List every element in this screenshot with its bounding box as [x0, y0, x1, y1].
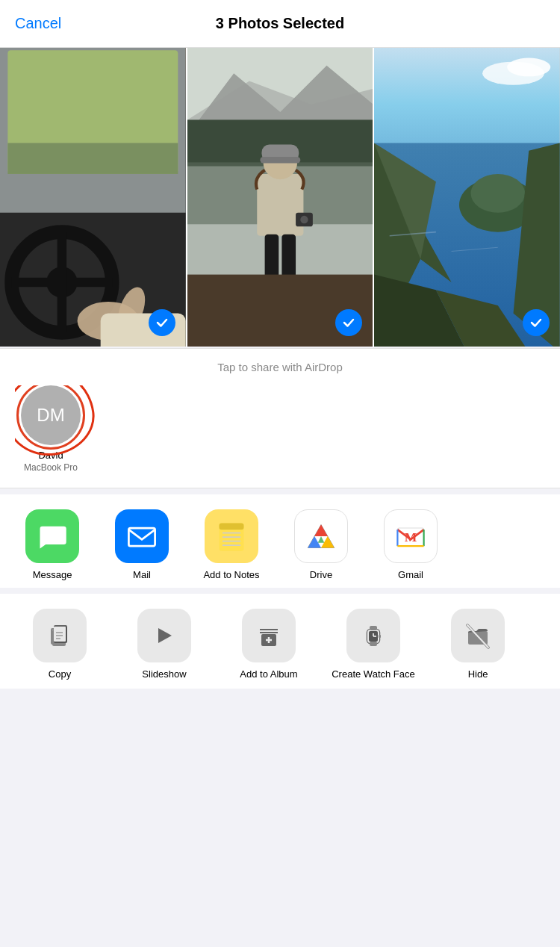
hide-icon: [451, 609, 505, 662]
drive-label: Drive: [310, 569, 332, 580]
action-hide[interactable]: Hide: [426, 609, 530, 681]
copy-label: Copy: [49, 668, 71, 681]
cancel-button[interactable]: Cancel: [15, 15, 61, 32]
page-title: 3 Photos Selected: [216, 15, 344, 32]
share-messages[interactable]: Message: [7, 509, 97, 580]
action-add-to-album[interactable]: Add to Album: [217, 609, 321, 681]
svg-marker-48: [314, 525, 328, 536]
contact-initials: DM: [37, 405, 64, 426]
mail-label: Mail: [133, 569, 151, 580]
notes-icon: [205, 509, 258, 563]
svg-rect-39: [128, 528, 155, 546]
notes-label: Add to Notes: [203, 569, 259, 580]
airdrop-section: Tap to share with AirDrop DM David MacBo…: [0, 348, 560, 488]
contact-avatar-dm: DM: [21, 385, 81, 445]
photo-1[interactable]: [0, 48, 186, 347]
car-photo-svg: [0, 48, 186, 347]
drive-icon: [294, 509, 348, 563]
svg-marker-62: [158, 628, 172, 643]
svg-rect-17: [257, 174, 303, 236]
copy-icon: [33, 609, 87, 662]
gmail-label: Gmail: [398, 569, 423, 580]
photos-grid: [0, 48, 560, 347]
photo-1-checkmark[interactable]: [149, 309, 175, 336]
photo-3[interactable]: [374, 48, 560, 347]
create-watch-face-icon: [346, 609, 400, 662]
svg-rect-71: [370, 642, 377, 646]
actions-row: Copy Slideshow Add to Album: [0, 588, 560, 689]
action-create-watch-face[interactable]: Create Watch Face: [321, 609, 426, 681]
gmail-icon: M: [384, 509, 438, 563]
svg-rect-75: [379, 635, 381, 638]
share-mail[interactable]: Mail: [97, 509, 187, 580]
header: Cancel 3 Photos Selected: [0, 0, 560, 48]
svg-point-24: [300, 216, 308, 223]
svg-marker-50: [318, 536, 325, 543]
lake-photo-svg: [374, 48, 560, 347]
contact-name: David: [38, 450, 63, 461]
svg-rect-22: [281, 235, 296, 281]
svg-text:M: M: [405, 530, 417, 544]
action-copy[interactable]: Copy: [7, 609, 112, 681]
messages-icon: [25, 509, 79, 563]
add-to-album-icon: [242, 609, 296, 662]
create-watch-face-label: Create Watch Face: [332, 668, 415, 681]
share-notes[interactable]: Add to Notes: [187, 509, 276, 580]
contact-device: MacBook Pro: [24, 462, 78, 473]
mail-icon: [115, 509, 169, 563]
svg-point-31: [471, 174, 526, 213]
airdrop-contact-david[interactable]: DM David MacBook Pro: [21, 385, 81, 473]
add-to-album-label: Add to Album: [240, 668, 297, 681]
person-photo-svg: [187, 48, 373, 347]
svg-rect-21: [264, 235, 279, 281]
svg-rect-20: [260, 157, 300, 163]
photo-2[interactable]: [187, 48, 373, 347]
svg-point-28: [508, 58, 551, 76]
airdrop-label: Tap to share with AirDrop: [15, 361, 545, 373]
slideshow-label: Slideshow: [142, 668, 186, 681]
svg-rect-45: [220, 523, 244, 530]
svg-rect-2: [7, 143, 178, 173]
airdrop-contacts: DM David MacBook Pro: [15, 385, 545, 473]
share-gmail[interactable]: M Gmail: [366, 509, 455, 580]
action-slideshow[interactable]: Slideshow: [112, 609, 217, 681]
hide-label: Hide: [468, 668, 488, 681]
share-row: Message Mail Add to Notes: [0, 488, 560, 588]
share-drive[interactable]: Drive: [276, 509, 366, 580]
svg-rect-70: [370, 626, 377, 630]
svg-rect-58: [54, 627, 66, 642]
messages-label: Message: [33, 569, 72, 580]
photo-3-checkmark[interactable]: [523, 309, 550, 336]
slideshow-icon: [137, 609, 191, 662]
